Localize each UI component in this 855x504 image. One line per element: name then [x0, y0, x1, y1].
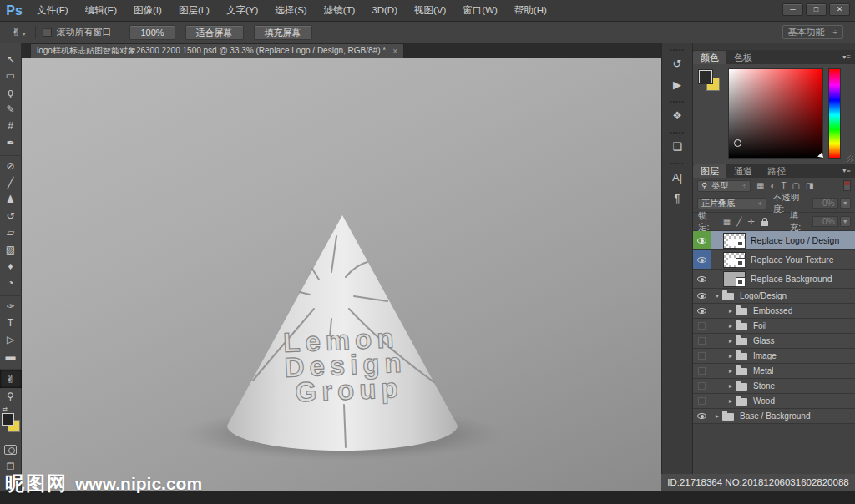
menu-window[interactable]: 窗口(W): [454, 0, 506, 21]
layer-thumbnail[interactable]: [722, 293, 734, 300]
layer-thumbnail[interactable]: [736, 383, 747, 391]
filter-type-icon[interactable]: T: [782, 181, 787, 190]
filter-adjustment-icon[interactable]: ◐: [770, 181, 775, 190]
lasso-tool[interactable]: ϙ: [0, 84, 22, 101]
group-logo-design[interactable]: ▾ Logo/Design: [693, 289, 855, 304]
layer-thumbnail[interactable]: [736, 368, 747, 375]
tab-paths[interactable]: 路径: [760, 164, 793, 178]
quick-mask-button[interactable]: [4, 445, 17, 455]
tab-swatches[interactable]: 色板: [726, 51, 760, 64]
panel-resize-grip[interactable]: [847, 155, 853, 162]
tab-color[interactable]: 颜色: [693, 51, 726, 64]
visibility-toggle[interactable]: [693, 289, 711, 303]
layer-thumbnail[interactable]: [736, 398, 747, 406]
layer-thumbnail[interactable]: [722, 413, 734, 421]
disclosure-triangle-icon[interactable]: ▸: [726, 337, 735, 345]
canvas[interactable]: Lemon Design Group: [22, 58, 661, 491]
panel-menu-icon[interactable]: ▾≡: [842, 167, 852, 174]
opacity-dropdown-icon[interactable]: ▼: [840, 198, 851, 209]
foreground-color-swatch[interactable]: [2, 413, 14, 426]
lock-transparency-icon[interactable]: ▦: [723, 217, 731, 226]
layer-thumbnail[interactable]: [723, 271, 746, 287]
dock-grip[interactable]: •••••: [665, 159, 690, 167]
marquee-tool[interactable]: ▭: [0, 68, 22, 84]
menu-help[interactable]: 帮助(H): [506, 0, 555, 21]
zoom-100-button[interactable]: 100%: [129, 25, 175, 40]
hand-tool-icon[interactable]: ✌: [12, 26, 21, 38]
menu-edit[interactable]: 编辑(E): [77, 0, 125, 21]
layer-thumbnail[interactable]: [736, 353, 747, 360]
hue-slider[interactable]: [828, 68, 841, 159]
fit-screen-button[interactable]: 适合屏幕: [185, 25, 244, 40]
disclosure-triangle-icon[interactable]: ▸: [726, 322, 735, 330]
visibility-toggle[interactable]: [693, 379, 711, 393]
hand-tool[interactable]: ✌: [0, 369, 22, 388]
lock-position-icon[interactable]: ✛: [747, 217, 754, 226]
dock-grip[interactable]: •••••: [665, 46, 690, 53]
3d-panel-icon[interactable]: ❖: [665, 105, 690, 126]
history-panel-icon[interactable]: ↺: [665, 53, 690, 74]
group-wood[interactable]: ▸ Wood: [693, 394, 855, 409]
layer-thumbnail[interactable]: [736, 323, 747, 330]
swap-colors-icon[interactable]: ⇄: [3, 406, 8, 413]
paragraph-panel-icon[interactable]: ¶: [665, 188, 690, 209]
disclosure-triangle-icon[interactable]: ▸: [726, 367, 735, 375]
clone-stamp-tool[interactable]: ♟: [0, 191, 22, 208]
tool-preset-caret-icon[interactable]: ▾: [23, 31, 26, 38]
disclosure-triangle-icon[interactable]: ▸: [726, 397, 735, 405]
menu-image[interactable]: 图像(I): [125, 0, 170, 21]
disclosure-triangle-icon[interactable]: ▸: [726, 382, 735, 390]
menu-file[interactable]: 文件(F): [28, 0, 77, 21]
crop-tool[interactable]: #: [0, 118, 22, 134]
disclosure-triangle-icon[interactable]: ▾: [713, 292, 721, 300]
color-picker-cursor[interactable]: [734, 139, 741, 147]
blur-tool[interactable]: ♦: [0, 258, 22, 275]
filter-kind-select[interactable]: ⚲ 类型 ÷: [697, 180, 751, 192]
menu-filter[interactable]: 滤镜(T): [316, 0, 364, 21]
saturation-brightness-field[interactable]: [728, 68, 823, 159]
visibility-toggle[interactable]: [693, 231, 711, 249]
layer-thumbnail[interactable]: [736, 338, 747, 345]
menu-layer[interactable]: 图层(L): [170, 0, 218, 21]
filter-shape-icon[interactable]: ▢: [792, 181, 800, 190]
eyedropper-tool[interactable]: ✒: [0, 134, 22, 151]
dock-grip[interactable]: •••••: [665, 129, 690, 136]
blend-mode-select[interactable]: 正片叠底 ÷: [697, 198, 766, 209]
close-button[interactable]: ✕: [829, 3, 850, 16]
visibility-toggle[interactable]: [693, 409, 711, 423]
brush-tool[interactable]: ╱: [0, 174, 22, 191]
shape-tool[interactable]: ▬: [0, 348, 22, 365]
menu-select[interactable]: 选择(S): [266, 0, 315, 21]
layer-thumbnail[interactable]: [723, 252, 746, 268]
group-glass[interactable]: ▸ Glass: [693, 334, 855, 349]
character-panel-icon[interactable]: A|: [665, 167, 690, 188]
menu-view[interactable]: 视图(V): [406, 0, 454, 21]
foreground-color-well[interactable]: [699, 70, 712, 83]
filter-toggle-switch[interactable]: [843, 180, 851, 191]
filter-pixel-icon[interactable]: ▦: [756, 181, 764, 190]
layer-thumbnail[interactable]: [723, 233, 746, 249]
zoom-tool[interactable]: ⚲: [0, 388, 22, 405]
menu-type[interactable]: 文字(Y): [218, 0, 266, 21]
layer-replace-background[interactable]: Replace Background: [693, 270, 855, 289]
group-foil[interactable]: ▸ Foil: [693, 319, 855, 334]
visibility-toggle[interactable]: [693, 349, 711, 363]
history-brush-tool[interactable]: ↺: [0, 208, 22, 224]
workspace-switcher[interactable]: 基本功能 ÷: [782, 25, 844, 39]
layer-replace-your-texture[interactable]: Replace Your Texture: [693, 250, 855, 270]
visibility-toggle[interactable]: [693, 334, 711, 348]
disclosure-triangle-icon[interactable]: ▸: [713, 412, 721, 420]
visibility-toggle[interactable]: [693, 270, 711, 288]
move-tool[interactable]: ↖: [0, 51, 22, 68]
scroll-all-windows-checkbox[interactable]: [43, 28, 52, 37]
visibility-toggle[interactable]: [693, 364, 711, 378]
visibility-toggle[interactable]: [693, 304, 711, 318]
pen-tool[interactable]: ✑: [0, 295, 22, 315]
fill-screen-button[interactable]: 填充屏幕: [254, 25, 312, 40]
properties-panel-icon[interactable]: ❏: [665, 136, 690, 157]
tab-close-icon[interactable]: ×: [392, 47, 397, 56]
lock-pixels-icon[interactable]: ╱: [736, 217, 741, 226]
healing-brush-tool[interactable]: ⊘: [0, 155, 22, 174]
visibility-toggle[interactable]: [693, 394, 711, 408]
filter-smart-object-icon[interactable]: ◨: [806, 181, 813, 190]
